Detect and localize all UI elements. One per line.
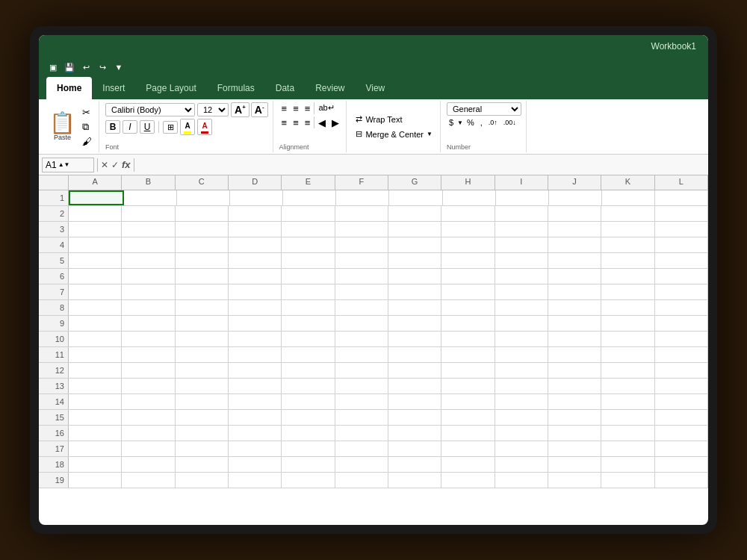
merge-center-button[interactable]: ⊟ Merge & Center ▼ — [353, 128, 436, 140]
row-num-15[interactable]: 15 — [39, 410, 69, 425]
cell-K6[interactable] — [601, 269, 654, 284]
cell-E11[interactable] — [282, 347, 335, 362]
cell-G10[interactable] — [388, 332, 441, 346]
cell-G5[interactable] — [388, 253, 441, 268]
cell-B15[interactable] — [122, 410, 175, 425]
cell-K15[interactable] — [601, 410, 654, 425]
tab-home[interactable]: Home — [46, 77, 92, 99]
cell-A15[interactable] — [69, 410, 122, 425]
cell-A2[interactable] — [69, 206, 122, 221]
cell-I16[interactable] — [495, 426, 548, 441]
cell-C5[interactable] — [176, 253, 229, 268]
cell-K7[interactable] — [601, 284, 654, 299]
cell-D7[interactable] — [229, 284, 282, 299]
cell-A5[interactable] — [69, 253, 122, 268]
cell-D15[interactable] — [229, 410, 282, 425]
cell-H3[interactable] — [441, 222, 495, 237]
cell-I13[interactable] — [495, 379, 548, 393]
cell-F16[interactable] — [335, 426, 388, 441]
font-size-select[interactable]: 12 — [197, 103, 229, 116]
cell-B1[interactable] — [124, 190, 177, 205]
cell-K19[interactable] — [601, 473, 654, 488]
cell-G1[interactable] — [389, 190, 442, 205]
cell-D17[interactable] — [229, 441, 282, 456]
cell-H14[interactable] — [441, 394, 495, 409]
cell-L15[interactable] — [655, 410, 708, 425]
align-right-button[interactable]: ≡ — [303, 116, 313, 129]
cell-K8[interactable] — [601, 300, 654, 315]
cell-E1[interactable] — [283, 190, 336, 205]
cell-A11[interactable] — [69, 347, 122, 362]
cell-B12[interactable] — [122, 363, 175, 378]
cell-A8[interactable] — [69, 300, 122, 315]
col-header-L[interactable]: L — [655, 175, 708, 190]
cell-D1[interactable] — [230, 190, 283, 205]
cell-H5[interactable] — [441, 253, 495, 268]
row-num-4[interactable]: 4 — [39, 237, 69, 252]
cell-L12[interactable] — [655, 363, 708, 378]
cell-F12[interactable] — [335, 363, 388, 378]
increase-indent-button[interactable]: ▶ — [329, 116, 341, 129]
row-num-7[interactable]: 7 — [39, 284, 69, 299]
cell-A13[interactable] — [69, 379, 122, 393]
cell-H17[interactable] — [441, 441, 495, 456]
col-header-H[interactable]: H — [441, 175, 495, 190]
cell-G11[interactable] — [388, 347, 441, 362]
copy-button[interactable]: ⧉ — [80, 120, 94, 134]
fx-button[interactable]: fx — [122, 159, 131, 170]
cell-C3[interactable] — [176, 222, 229, 237]
cell-C11[interactable] — [176, 347, 229, 362]
cell-A9[interactable] — [69, 316, 122, 331]
cell-F19[interactable] — [335, 473, 388, 488]
cell-K5[interactable] — [601, 253, 654, 268]
row-num-6[interactable]: 6 — [39, 269, 69, 284]
cell-F1[interactable] — [336, 190, 389, 205]
cell-G16[interactable] — [388, 426, 441, 441]
cell-E19[interactable] — [282, 473, 335, 488]
format-painter-button[interactable]: 🖌 — [80, 135, 94, 148]
cell-C7[interactable] — [176, 284, 229, 299]
increase-decimal-button[interactable]: .0↑ — [486, 118, 500, 127]
highlight-button[interactable]: A — [180, 119, 195, 135]
cell-B11[interactable] — [122, 347, 175, 362]
row-num-18[interactable]: 18 — [39, 457, 69, 472]
tab-data[interactable]: Data — [265, 77, 305, 99]
cell-I8[interactable] — [495, 300, 548, 315]
col-header-D[interactable]: D — [229, 175, 282, 190]
cell-E9[interactable] — [282, 316, 335, 331]
cell-C14[interactable] — [176, 394, 229, 409]
cell-K11[interactable] — [601, 347, 654, 362]
cell-J2[interactable] — [548, 206, 601, 221]
cell-L2[interactable] — [655, 206, 708, 221]
cell-I14[interactable] — [495, 394, 548, 409]
cell-B14[interactable] — [122, 394, 175, 409]
cell-J11[interactable] — [548, 347, 601, 362]
cell-I18[interactable] — [495, 457, 548, 472]
cell-J9[interactable] — [548, 316, 601, 331]
font-name-select[interactable]: Calibri (Body) — [105, 103, 195, 116]
cell-A6[interactable] — [69, 269, 122, 284]
cell-E8[interactable] — [282, 300, 335, 315]
cell-F17[interactable] — [335, 441, 388, 456]
align-middle-button[interactable]: ≡ — [291, 102, 301, 115]
cell-A4[interactable] — [69, 237, 122, 252]
cell-G9[interactable] — [388, 316, 441, 331]
cell-F3[interactable] — [335, 222, 388, 237]
cell-K14[interactable] — [601, 394, 654, 409]
cell-E4[interactable] — [282, 237, 335, 252]
cell-F6[interactable] — [335, 269, 388, 284]
confirm-formula-button[interactable]: ✓ — [111, 160, 119, 170]
number-format-select[interactable]: General — [447, 102, 521, 116]
comma-button[interactable]: , — [478, 117, 485, 128]
cell-C8[interactable] — [176, 300, 229, 315]
cell-K1[interactable] — [602, 190, 655, 205]
cell-J18[interactable] — [548, 457, 601, 472]
cell-B17[interactable] — [122, 441, 175, 456]
cell-L10[interactable] — [655, 332, 708, 346]
italic-button[interactable]: I — [123, 120, 137, 134]
row-num-8[interactable]: 8 — [39, 300, 69, 315]
align-bottom-button[interactable]: ≡ — [303, 102, 313, 115]
cell-K9[interactable] — [601, 316, 654, 331]
cell-L4[interactable] — [655, 237, 708, 252]
cell-H12[interactable] — [441, 363, 495, 378]
